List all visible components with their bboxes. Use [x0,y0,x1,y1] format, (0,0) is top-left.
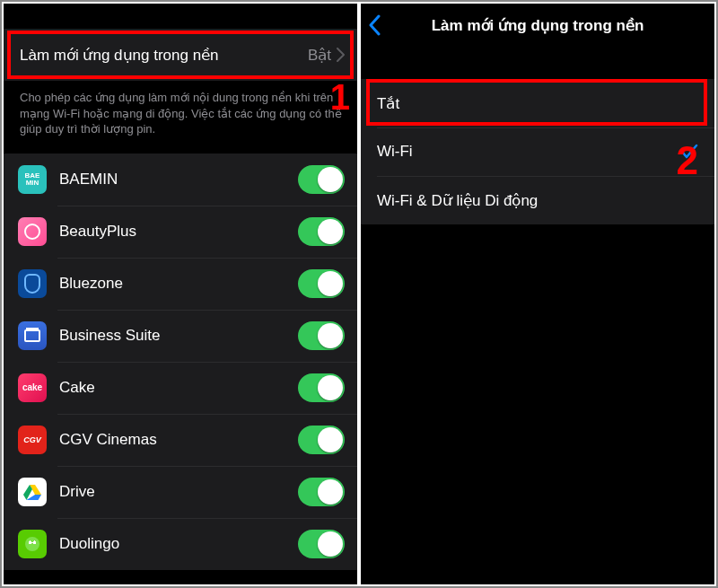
app-row-drive: Drive [4,466,357,518]
app-row-cgv: CGV CGV Cinemas [4,414,357,466]
app-row-duolingo: Duolingo [4,518,357,570]
option-off[interactable]: Tắt [361,79,714,127]
app-label: Duolingo [59,535,298,553]
app-label: CGV Cinemas [59,431,298,449]
option-label: Tắt [377,94,399,113]
app-label: BeautyPlus [59,223,298,241]
annotation-number-2: 2 [677,138,698,183]
app-icon: cake [18,373,47,402]
screenshot-frame: Làm mới ứng dụng trong nền Bật 1 Cho phé… [0,0,718,588]
app-label: Cake [59,379,298,397]
app-label: Drive [59,483,298,501]
app-icon [18,530,47,558]
annotation-number-1: 1 [330,77,350,118]
option-wifi-cellular[interactable]: Wi-Fi & Dữ liệu Di động [361,176,714,224]
left-screen: Làm mới ứng dụng trong nền Bật 1 Cho phé… [4,4,357,584]
app-toggle[interactable] [298,321,345,350]
app-toggle[interactable] [298,478,345,506]
app-toggle[interactable] [298,426,345,454]
app-icon: BAEMIN [18,165,47,194]
option-label: Wi-Fi & Dữ liệu Di động [377,191,538,210]
nav-bar: Làm mới ứng dụng trong nền [361,4,714,47]
option-wifi[interactable]: Wi-Fi [361,127,714,176]
right-screen: Làm mới ứng dụng trong nền 2 Tắt Wi-Fi W… [361,4,714,584]
app-label: BAEMIN [59,171,298,189]
app-row-baemin: BAEMIN BAEMIN [4,154,357,206]
app-toggle[interactable] [298,217,345,246]
app-label: Bluezone [59,275,298,293]
app-icon [18,217,47,246]
app-toggle[interactable] [298,165,345,194]
option-label: Wi-Fi [377,143,413,161]
back-button[interactable] [368,4,381,47]
background-refresh-description: Cho phép các ứng dụng làm mới nội dung t… [4,81,357,154]
app-label: Business Suite [59,327,298,345]
app-icon [18,321,47,350]
app-toggle[interactable] [298,373,345,402]
app-icon [18,269,47,298]
app-toggle[interactable] [298,530,345,558]
app-icon: CGV [18,426,47,454]
app-list: BAEMIN BAEMIN BeautyPlus Bluezone Busine… [4,154,357,570]
app-row-businesssuite: Business Suite [4,310,357,362]
chevron-right-icon [337,48,345,62]
app-row-beautyplus: BeautyPlus [4,206,357,258]
page-title: Làm mới ứng dụng trong nền [432,16,644,35]
refresh-options-list: Tắt Wi-Fi Wi-Fi & Dữ liệu Di động [361,79,714,224]
app-toggle[interactable] [298,269,345,298]
background-refresh-value: Bật [308,46,331,65]
app-row-cake: cake Cake [4,362,357,414]
app-icon [18,478,47,506]
background-refresh-row[interactable]: Làm mới ứng dụng trong nền Bật [4,29,357,81]
background-refresh-label: Làm mới ứng dụng trong nền [20,46,219,65]
app-row-bluezone: Bluezone [4,258,357,310]
